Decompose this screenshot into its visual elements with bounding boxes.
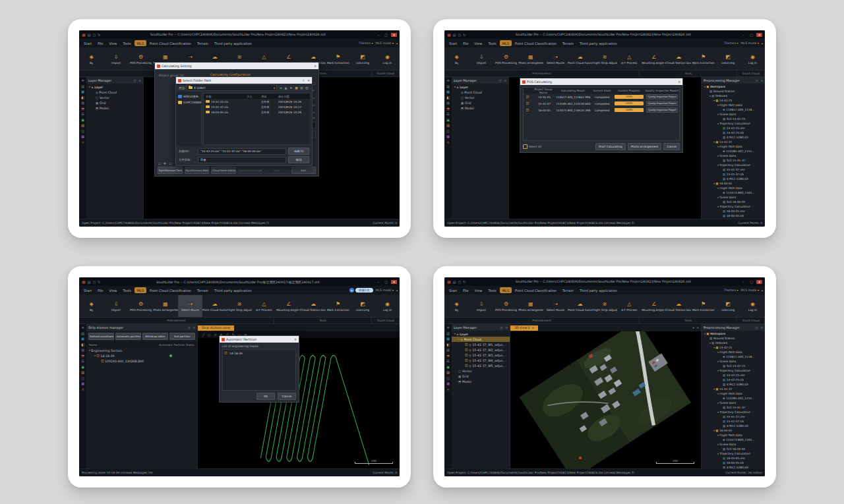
tree-row[interactable]: ▤ 47912.5280.slh bbox=[702, 177, 765, 181]
maximize-button[interactable]: ▢ bbox=[748, 33, 754, 37]
folder-nav-icon[interactable]: ▲ bbox=[284, 86, 288, 90]
tree-row[interactable]: ▾ ▦ 16-04-05 bbox=[702, 181, 765, 186]
expander-icon[interactable]: ▾ bbox=[717, 443, 719, 446]
ribbon-button[interactable]: ◈ By bbox=[444, 295, 469, 317]
expander-icon[interactable]: ▾ bbox=[458, 338, 460, 341]
side-tool-icon[interactable]: ☰ bbox=[446, 360, 449, 363]
tree-row[interactable]: ▾ ▣ Workspace bbox=[702, 331, 765, 336]
expander-icon[interactable]: ▾ bbox=[717, 196, 719, 199]
side-tool-icon[interactable]: ✕ bbox=[81, 141, 84, 144]
dialog-footer-button[interactable]: Exit bbox=[291, 167, 316, 174]
tree-row[interactable]: ▾ Flight Path Data bbox=[702, 391, 765, 396]
trial-badge[interactable]: ☁体验1次 bbox=[349, 288, 373, 293]
viewport-tool-icon[interactable]: ○ bbox=[208, 333, 210, 337]
menu-item[interactable]: Terrain bbox=[195, 40, 211, 46]
expander-icon[interactable]: ▾ bbox=[717, 104, 719, 107]
expander-icon[interactable]: ▾ bbox=[717, 164, 719, 167]
menu-item[interactable]: Tools bbox=[485, 40, 498, 46]
tree-row[interactable]: ▾ ▣ Workspace bbox=[702, 84, 765, 89]
panel-float-icon[interactable]: ◳ bbox=[499, 79, 502, 82]
side-tool-icon[interactable]: ✕ bbox=[81, 388, 84, 391]
menu-item[interactable]: MLS bbox=[135, 287, 146, 293]
checkbox[interactable]: ☑ bbox=[465, 353, 467, 357]
tree-row[interactable]: ⬒ Model bbox=[452, 105, 508, 111]
tree-row[interactable]: ▤ SLS 16-04-05 bbox=[702, 200, 765, 204]
quality-report-button[interactable]: Quality Inspection Report bbox=[646, 107, 678, 113]
side-tool-icon[interactable]: ◫ bbox=[81, 130, 84, 133]
ribbon-button[interactable]: ◉ Log In bbox=[740, 48, 765, 70]
tree-row[interactable]: ▤ SLS 14-42-25 bbox=[702, 364, 765, 368]
file-row[interactable]: 14-42-25.slx 文件夹 2024/8/26 10:26 bbox=[204, 99, 310, 104]
titlebar-tool-icon[interactable]: ◳ bbox=[92, 33, 96, 37]
file-row[interactable]: 16-04-05.slx 文件夹 2024/8/26 10:28 bbox=[204, 109, 310, 115]
ok-button[interactable]: OK bbox=[256, 393, 275, 400]
ribbon-button[interactable]: ◩ colorizing bbox=[715, 295, 740, 317]
tree-row[interactable]: ▤ Ground Station bbox=[702, 336, 765, 341]
tree-row[interactable]: ▾ ▦ 15-41-37 bbox=[702, 387, 765, 391]
path-combobox[interactable]: E:\UAV2▾ bbox=[187, 84, 277, 91]
tree-row[interactable]: ▾ ◈ Layer bbox=[452, 84, 508, 90]
photo-arrangement-button[interactable]: Photo arrangement bbox=[628, 143, 662, 150]
tree-row[interactable]: ▤ 15-41-37.imr bbox=[702, 167, 765, 172]
ribbon-button[interactable]: ⇩ Import bbox=[469, 48, 493, 70]
dialog-close-icon[interactable]: ✕ bbox=[314, 65, 316, 68]
tree-row[interactable]: ≣ 115573.800_1165... bbox=[702, 190, 765, 195]
expander-icon[interactable]: ▾ bbox=[717, 187, 719, 190]
menu-item[interactable]: MLS bbox=[500, 287, 512, 293]
ribbon-button[interactable]: ⚙ POS Processing bbox=[129, 295, 153, 317]
titlebar-tool-icon[interactable]: ↻ bbox=[98, 280, 100, 284]
side-tool-icon[interactable]: ▥ bbox=[81, 349, 84, 352]
side-tool-icon[interactable]: ▦ bbox=[446, 382, 450, 385]
menu-item[interactable]: MLS bbox=[135, 40, 146, 46]
tree-row[interactable]: ▾ ▦ 14-42-25 bbox=[702, 98, 765, 103]
tree-row[interactable]: ☑ ◎ 15-41-37_W5_adjus... bbox=[452, 363, 510, 368]
menu-item[interactable]: Third party application bbox=[212, 287, 255, 293]
tree-row[interactable]: ▾ ▦ 15-41-37 bbox=[702, 140, 765, 144]
panel-float-icon[interactable]: ◳ bbox=[134, 79, 136, 82]
minimize-button[interactable]: – bbox=[740, 33, 746, 37]
tree-row[interactable]: ▾ ▦ 16-04-05 bbox=[702, 428, 765, 433]
cancel-button[interactable]: Cancel bbox=[278, 393, 296, 400]
expander-icon[interactable]: ▾ bbox=[713, 99, 715, 102]
dialog-footer-button[interactable]: Synchronous Base Station bbox=[185, 167, 210, 174]
ribbon-button[interactable]: ⇩ Import bbox=[104, 295, 128, 317]
expander-icon[interactable]: ▾ bbox=[704, 333, 706, 335]
mode-dropdown[interactable]: MLS mode ▾ bbox=[741, 289, 759, 292]
menu-item[interactable]: Third party application bbox=[577, 40, 620, 46]
mode-dropdown[interactable]: MLS mode ▾ bbox=[376, 289, 394, 292]
side-tool-icon[interactable]: ☰ bbox=[446, 113, 449, 116]
side-tool-icon[interactable]: ▣ bbox=[446, 119, 450, 122]
ribbon-button[interactable]: ⚙ POS Processing bbox=[494, 48, 518, 70]
maximize-button[interactable]: ▢ bbox=[383, 280, 389, 284]
ribbon-button[interactable]: ⚑ Mark Extraction bbox=[691, 295, 715, 317]
close-button[interactable]: ✕ bbox=[391, 280, 397, 284]
themes-dropdown[interactable]: Themes ▾ bbox=[359, 42, 373, 45]
tree-row[interactable]: ▤ 47912.5280.slh bbox=[702, 424, 765, 428]
expander-icon[interactable]: ▾ bbox=[717, 146, 719, 148]
checkbox[interactable]: ☑ bbox=[465, 343, 467, 347]
tree-row[interactable]: ▤ SLS 16-04-05 bbox=[702, 447, 765, 451]
titlebar-tool-icon[interactable]: ◳ bbox=[92, 280, 96, 284]
expander-icon[interactable]: ▾ bbox=[709, 342, 711, 345]
ribbon-button[interactable]: ☁ Point Cloud Fusion bbox=[568, 48, 592, 70]
side-tool-icon[interactable]: ◧ bbox=[81, 343, 84, 347]
side-tool-icon[interactable]: ✕ bbox=[446, 388, 449, 391]
panel-close-icon[interactable]: ✕ bbox=[193, 326, 195, 329]
expander-icon[interactable]: ▾ bbox=[454, 333, 456, 335]
ribbon-button[interactable]: ◉ Log In bbox=[375, 295, 400, 317]
tree-row[interactable]: ☑ ◎ 15-41-37_W2_adjus... bbox=[452, 347, 510, 352]
expander-icon[interactable]: ▾ bbox=[89, 86, 90, 88]
side-tool-icon[interactable]: ⬒ bbox=[81, 354, 84, 358]
ribbon-button[interactable]: ◩ colorizing bbox=[350, 48, 375, 70]
tree-row[interactable]: ☑ ◎ 15-41-37_W1_adjus... bbox=[452, 342, 510, 347]
tab-list-icon[interactable]: ▾ bbox=[692, 326, 694, 329]
dialog-close-icon[interactable]: ✕ bbox=[294, 338, 297, 341]
panel-close-icon[interactable]: ✕ bbox=[760, 79, 763, 82]
side-tool-icon[interactable]: ⬒ bbox=[81, 107, 84, 111]
start-calculating-button[interactable]: Start Calculating bbox=[595, 143, 626, 150]
expander-icon[interactable]: ▾ bbox=[713, 347, 715, 349]
titlebar-tool-icon[interactable]: ◳ bbox=[458, 33, 461, 37]
expander-icon[interactable]: ▾ bbox=[717, 370, 719, 372]
side-tool-icon[interactable]: ☰ bbox=[81, 360, 84, 363]
tree-row[interactable]: ▤ 15-41-37.imr bbox=[702, 414, 765, 419]
